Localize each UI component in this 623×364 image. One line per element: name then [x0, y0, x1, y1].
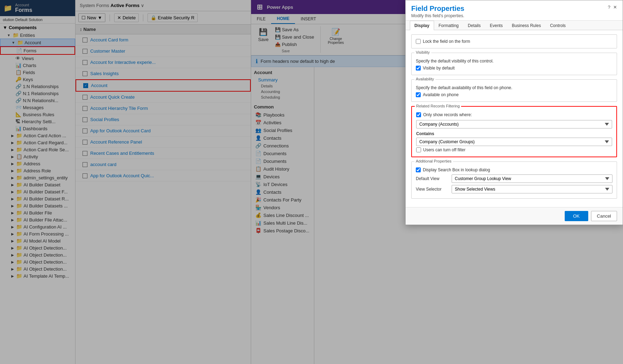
cancel-button[interactable]: Cancel: [591, 211, 617, 221]
dialog-subtitle: Modify this field's properties.: [411, 13, 464, 18]
dialog-title: Field Properties: [411, 5, 464, 13]
tab-business-rules[interactable]: Business Rules: [507, 21, 545, 30]
visibility-desc: Specify the default visibility of this c…: [416, 59, 612, 64]
users-turn-off-row: Users can turn off filter: [416, 147, 612, 152]
only-show-checkbox[interactable]: [416, 112, 421, 117]
contains-label: Contains: [416, 131, 612, 136]
availability-content: Specify the default availability of this…: [416, 85, 612, 97]
users-turn-off-checkbox[interactable]: [416, 147, 421, 152]
lock-label: Lock the field on the form: [423, 39, 470, 44]
close-icon[interactable]: ✕: [613, 5, 617, 10]
dialog-body: Lock the field on the form Visibility Sp…: [406, 30, 623, 207]
phone-checkbox-row: Available on phone: [416, 92, 612, 97]
view-selector-select[interactable]: Show Selected Views: [452, 185, 612, 193]
dialog-controls: ? ✕: [608, 5, 617, 10]
users-turn-off-label: Users can turn off filter: [423, 147, 466, 152]
phone-label: Available on phone: [423, 92, 459, 97]
dialog-title-group: Field Properties Modify this field's pro…: [411, 5, 464, 18]
default-view-select[interactable]: Customer Group Lookup View: [452, 174, 612, 183]
related-records-content: Only show records where: Company (Accoun…: [416, 112, 612, 152]
tab-details[interactable]: Details: [463, 21, 485, 30]
company-accounts-select[interactable]: Company (Accounts): [416, 120, 612, 128]
phone-checkbox[interactable]: [416, 92, 421, 97]
search-box-row: Display Search Box in lookup dialog: [416, 167, 612, 172]
help-button[interactable]: ?: [608, 5, 610, 10]
lock-section: Lock the field on the form: [411, 34, 617, 48]
lock-checkbox-row: Lock the field on the form: [416, 39, 612, 44]
additional-content: Display Search Box in lookup dialog Defa…: [416, 167, 612, 193]
view-selector-row: View Selector Show Selected Views: [416, 185, 612, 193]
related-records-section: Related Records Filtering Only show reco…: [411, 106, 617, 157]
visible-label: Visible by default: [423, 66, 455, 71]
visibility-title: Visibility: [414, 50, 431, 54]
additional-properties-section: Additional Properties Display Search Box…: [411, 161, 617, 199]
only-show-row: Only show records where:: [416, 112, 612, 117]
additional-title: Additional Properties: [414, 159, 453, 163]
visibility-section: Visibility Specify the default visibilit…: [411, 53, 617, 75]
tab-controls[interactable]: Controls: [545, 21, 570, 30]
field-properties-dialog: Field Properties Modify this field's pro…: [405, 0, 623, 225]
dialog-title-bar: Field Properties Modify this field's pro…: [406, 0, 623, 21]
only-show-label: Only show records where:: [423, 112, 472, 117]
company-accounts-row: Company (Accounts): [416, 120, 612, 128]
search-box-checkbox[interactable]: [416, 167, 421, 172]
availability-section: Availability Specify the default availab…: [411, 79, 617, 102]
lock-checkbox[interactable]: [416, 39, 421, 44]
right-panel: ⊞ Power Apps FILE HOME INSERT 💾 Save 💾 S…: [251, 0, 623, 364]
visible-checkbox[interactable]: [416, 66, 421, 71]
default-view-row: Default View Customer Group Lookup View: [416, 174, 612, 183]
default-view-label: Default View: [416, 176, 447, 181]
tab-formatting[interactable]: Formatting: [434, 21, 463, 30]
availability-desc: Specify the default availability of this…: [416, 85, 612, 90]
availability-title: Availability: [414, 77, 435, 81]
visibility-content: Specify the default visibility of this c…: [416, 59, 612, 71]
related-records-title: Related Records Filtering: [415, 104, 461, 108]
visible-checkbox-row: Visible by default: [416, 66, 612, 71]
dialog-overlay: Field Properties Modify this field's pro…: [0, 0, 623, 364]
dialog-footer: OK Cancel: [406, 207, 623, 225]
company-customer-groups-row: Company (Customer Groups): [416, 138, 612, 146]
tab-events[interactable]: Events: [485, 21, 507, 30]
view-selector-label: View Selector: [416, 187, 447, 192]
tab-display[interactable]: Display: [410, 21, 434, 30]
search-box-label: Display Search Box in lookup dialog: [423, 167, 490, 172]
company-customer-groups-select[interactable]: Company (Customer Groups): [416, 138, 612, 146]
dialog-tabs: Display Formatting Details Events Busine…: [406, 21, 623, 30]
ok-button[interactable]: OK: [565, 211, 588, 221]
